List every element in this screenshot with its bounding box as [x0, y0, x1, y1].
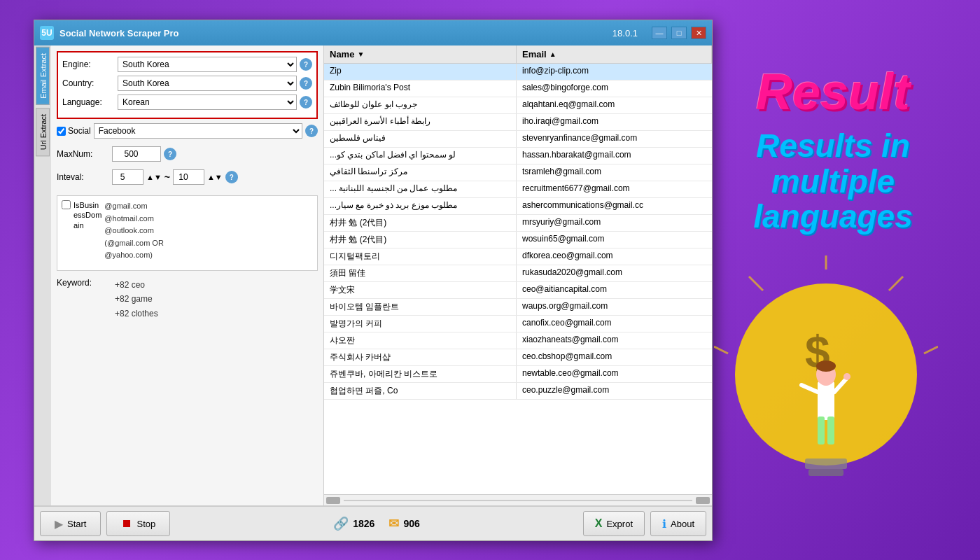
- svg-line-4: [749, 276, 763, 290]
- table-row[interactable]: 협업하면 퍼즐, Co ceo.puzzle@gmail.com: [324, 383, 712, 400]
- cell-name: جروب ابو علوان للوظائف: [324, 97, 517, 113]
- email-stat: ✉ 906: [388, 516, 419, 531]
- interval-tilde: ~: [164, 172, 170, 183]
- language-select[interactable]: Korean: [118, 94, 297, 110]
- cell-email: ceo@aitiancapital.com: [517, 282, 712, 298]
- app-title: Social Network Scraper Pro: [59, 28, 612, 38]
- table-body[interactable]: Zip info@zip-clip.com Zubin Bilimoria's …: [324, 64, 712, 494]
- tab-url-extract[interactable]: Url Extract: [36, 108, 50, 156]
- start-button[interactable]: ▶ Start: [40, 511, 101, 536]
- svg-point-13: [816, 360, 836, 372]
- cell-email: mrsyuriy@gmail.com: [517, 215, 712, 231]
- table-row[interactable]: 주식회사 카버샵 ceo.cbshop@gmail.com: [324, 349, 712, 366]
- email-count: 906: [403, 518, 419, 529]
- domain-section: IsBusinessDomain @gmail.com@hotmail.com@…: [57, 195, 318, 271]
- cell-email: stevenryanfinance@gmail.com: [517, 131, 712, 147]
- cell-email: iho.iraqi@gmail.com: [517, 114, 712, 130]
- cell-email: waups.org@gmail.com: [517, 299, 712, 315]
- interval-help-btn[interactable]: ?: [225, 171, 238, 183]
- language-help-btn[interactable]: ?: [300, 96, 312, 108]
- cell-name: 디지털팩토리: [324, 248, 517, 265]
- keyword-values: +82 ceo+82 game+82 clothes: [115, 278, 158, 321]
- table-row[interactable]: Zip info@zip-clip.com: [324, 64, 712, 80]
- table-row[interactable]: جروب ابو علوان للوظائف alqahtani.eq@gmai…: [324, 97, 712, 114]
- country-help-btn[interactable]: ?: [300, 77, 312, 90]
- engine-label: Engine:: [62, 59, 115, 69]
- svg-line-2: [889, 276, 903, 290]
- cell-email: canofix.ceo@gmail.com: [517, 316, 712, 332]
- promo-title: Result: [756, 66, 910, 117]
- table-row[interactable]: 須田 留佳 rukasuda2020@gmail.com: [324, 265, 712, 282]
- minimize-button[interactable]: —: [652, 27, 667, 39]
- svg-rect-11: [827, 416, 834, 444]
- country-label: Country:: [62, 78, 115, 88]
- cell-name: مركز تراسنطا الثقافي: [324, 164, 517, 181]
- col-email-header[interactable]: Email ▲: [517, 46, 712, 63]
- cell-name: 바이오템 임플란트: [324, 299, 517, 315]
- main-content: Email Extract Url Extract Engine: South …: [34, 46, 712, 505]
- table-row[interactable]: ... مطلوب عمال من الجنسية اللبنانية recr…: [324, 181, 712, 198]
- app-icon: 5U: [40, 26, 54, 40]
- cell-name: ... مطلوب عمال من الجنسية اللبنانية: [324, 181, 517, 197]
- table-row[interactable]: ...لو سمحتوا اي افضل اماكن بتدي كو hassa…: [324, 148, 712, 164]
- table-row[interactable]: 샤오짠 xiaozhaneats@gmail.com: [324, 332, 712, 349]
- table-row[interactable]: 村井 勉 (2代目) mrsyuriy@gmail.com: [324, 215, 712, 232]
- domain-values: @gmail.com@hotmail.com@outlook.com(@gmai…: [104, 200, 313, 262]
- keyword-label: Keyword:: [57, 278, 109, 288]
- up-arrow-to[interactable]: ▲▼: [207, 173, 223, 181]
- maxnum-input[interactable]: [112, 146, 161, 162]
- interval-from-input[interactable]: [112, 169, 144, 185]
- stats-section: 🔗 1826 ✉ 906: [176, 516, 578, 531]
- is-business-domain-checkbox[interactable]: [62, 200, 71, 209]
- name-sort-icon: ▼: [357, 50, 364, 58]
- cell-email: info@zip-clip.com: [517, 64, 712, 80]
- cell-email: wosuin65@gmail.com: [517, 232, 712, 248]
- email-icon: ✉: [388, 516, 399, 531]
- stop-button[interactable]: ⏹ Stop: [106, 511, 170, 536]
- country-select[interactable]: South Korea: [118, 76, 297, 91]
- table-row[interactable]: 쥬벤쿠바, 아메리칸 비스트로 newtable.ceo@gmail.com: [324, 366, 712, 383]
- interval-label: Inteval:: [57, 172, 109, 182]
- engine-help-btn[interactable]: ?: [300, 58, 312, 71]
- horizontal-scrollbar[interactable]: [324, 494, 712, 505]
- cell-name: 쥬벤쿠바, 아메리칸 비스트로: [324, 366, 517, 382]
- engine-select[interactable]: South Korea: [118, 57, 297, 72]
- maximize-button[interactable]: □: [671, 27, 687, 39]
- language-row: Language: Korean ?: [62, 94, 312, 110]
- social-row: Social Facebook ?: [57, 123, 318, 139]
- export-button[interactable]: X Exprot: [583, 511, 645, 536]
- cell-name: ...لو سمحتوا اي افضل اماكن بتدي كو: [324, 148, 517, 164]
- table-row[interactable]: 学文宋 ceo@aitiancapital.com: [324, 282, 712, 299]
- up-arrow-from[interactable]: ▲▼: [146, 173, 162, 181]
- cell-email: recruitment6677@gmail.com: [517, 181, 712, 197]
- cell-name: Zubin Bilimoria's Post: [324, 80, 517, 97]
- stop-icon: ⏹: [121, 517, 132, 530]
- table-row[interactable]: 디지털팩토리 dfkorea.ceo@gmail.com: [324, 248, 712, 265]
- table-row[interactable]: رابطة أطباء الأسرة العراقيين iho.iraqi@g…: [324, 114, 712, 131]
- left-panel: Engine: South Korea ? Country: South Kor…: [51, 46, 324, 505]
- social-help-btn[interactable]: ?: [305, 125, 318, 137]
- table-row[interactable]: فيتاس فلسطين stevenryanfinance@gmail.com: [324, 131, 712, 148]
- table-row[interactable]: مركز تراسنطا الثقافي tsramleh@gmail.com: [324, 164, 712, 181]
- table-row[interactable]: ...مطلوب موزع بريد ذو خبرة مع سيار asher…: [324, 198, 712, 215]
- table-row[interactable]: Zubin Bilimoria's Post sales@bingoforge.…: [324, 80, 712, 97]
- maxnum-label: MaxNum:: [57, 149, 109, 159]
- maxnum-help-btn[interactable]: ?: [164, 148, 176, 160]
- maxnum-row: MaxNum: ?: [57, 146, 318, 162]
- social-checkbox[interactable]: [57, 127, 66, 136]
- keyword-section: Keyword: +82 ceo+82 game+82 clothes: [57, 278, 318, 321]
- table-row[interactable]: 村井 勉 (2代目) wosuin65@gmail.com: [324, 232, 712, 248]
- social-select[interactable]: Facebook: [94, 123, 302, 139]
- table-row[interactable]: 바이오템 임플란트 waups.org@gmail.com: [324, 299, 712, 316]
- bottom-bar: ▶ Start ⏹ Stop 🔗 1826 ✉ 906 X Exprot ℹ A…: [34, 505, 712, 540]
- col-name-header[interactable]: Name ▼: [324, 46, 517, 63]
- social-checkbox-label[interactable]: Social: [57, 126, 91, 136]
- app-window: 5U Social Network Scraper Pro 18.0.1 — □…: [34, 20, 713, 541]
- cell-email: sales@bingoforge.com: [517, 80, 712, 97]
- interval-to-input[interactable]: [173, 169, 204, 185]
- table-header: Name ▼ Email ▲: [324, 46, 712, 64]
- tab-email-extract[interactable]: Email Extract: [36, 47, 50, 105]
- table-row[interactable]: 발명가의 커피 canofix.ceo@gmail.com: [324, 316, 712, 332]
- cell-name: 협업하면 퍼즐, Co: [324, 383, 517, 399]
- promo-subtitle: Results in multiple languages: [700, 128, 966, 234]
